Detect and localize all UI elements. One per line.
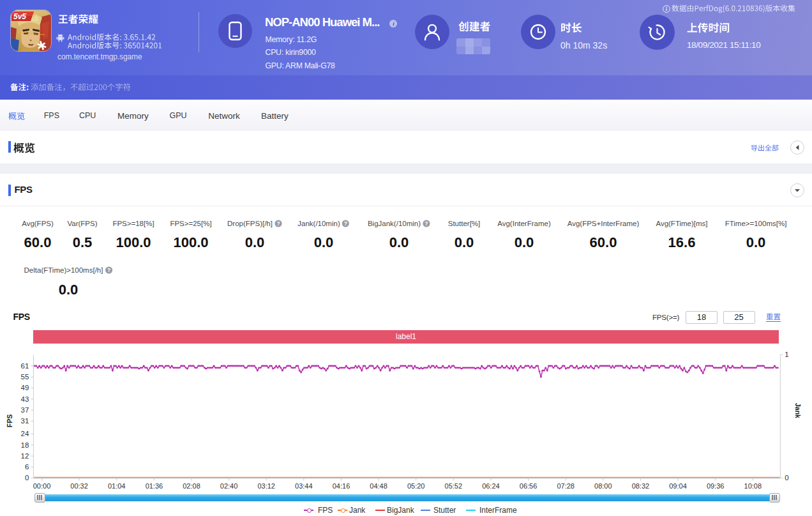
svg-text:61: 61 [21,362,29,370]
svg-text:FPS: FPS [6,414,13,427]
svg-text:49: 49 [21,384,29,391]
svg-text:08:00: 08:00 [594,482,612,490]
svg-text:06:56: 06:56 [520,482,538,490]
svg-text:43: 43 [21,395,29,403]
svg-text:10:08: 10:08 [744,482,762,490]
svg-text:04:48: 04:48 [370,482,387,490]
svg-text:0: 0 [25,474,29,482]
svg-text:00:00: 00:00 [33,482,51,490]
svg-text:02:40: 02:40 [220,482,238,490]
svg-text:0: 0 [785,474,788,482]
svg-text:55: 55 [21,373,29,381]
svg-text:08:32: 08:32 [632,482,650,490]
svg-text:12: 12 [21,452,29,460]
svg-text:00:32: 00:32 [70,482,88,490]
svg-text:37: 37 [21,406,29,414]
svg-text:09:04: 09:04 [669,482,687,490]
svg-text:05:52: 05:52 [445,482,463,490]
svg-text:1: 1 [785,351,788,358]
svg-text:24: 24 [21,430,29,437]
svg-text:04:16: 04:16 [333,482,350,490]
svg-text:18: 18 [21,441,29,449]
svg-text:07:28: 07:28 [557,482,575,490]
svg-text:02:08: 02:08 [183,482,200,490]
svg-text:09:36: 09:36 [707,482,725,490]
svg-text:05:20: 05:20 [407,482,425,490]
svg-text:31: 31 [21,417,29,425]
svg-text:06:24: 06:24 [482,482,500,490]
svg-text:03:44: 03:44 [295,482,313,490]
svg-text:Jank: Jank [794,403,802,418]
svg-text:01:04: 01:04 [108,482,126,490]
svg-text:03:12: 03:12 [257,482,275,490]
svg-text:6: 6 [25,463,29,471]
svg-text:01:36: 01:36 [146,482,163,490]
